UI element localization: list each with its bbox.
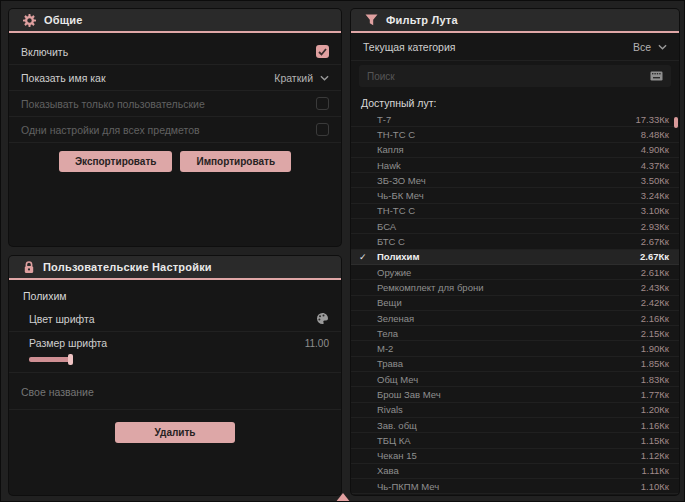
custom-only-checkbox[interactable] (316, 97, 329, 110)
loot-item-value: 4.90Кк (641, 144, 669, 155)
name-display-dropdown[interactable]: Краткий (274, 72, 329, 84)
loot-item-name: ТН-ТС С (377, 129, 641, 140)
loot-row[interactable]: Т-717.33Кк (351, 112, 679, 127)
loot-item-name: М-2 (377, 343, 641, 354)
loot-item-value: 1.12Кк (641, 450, 669, 461)
loot-item-name: Брош Зав Меч (377, 389, 641, 400)
selected-item-name: Полихим (9, 280, 341, 306)
font-color-label: Цвет шрифта (29, 313, 95, 325)
loot-row[interactable]: Ремкомплект для брони2.43Кк (351, 280, 679, 295)
loot-item-value: 3.50Кк (641, 175, 669, 186)
loot-filter-title: Фильтр Лута (386, 14, 458, 26)
loot-row[interactable]: ✓Полихим2.67Кк (351, 250, 679, 265)
loot-item-name: Hawk (377, 160, 641, 171)
loot-item-name: Зеленая (377, 313, 641, 324)
loot-row[interactable]: Вещи2.42Кк (351, 296, 679, 311)
enable-row: Включить (9, 39, 341, 65)
font-color-row[interactable]: Цвет шрифта (9, 306, 341, 332)
enable-checkbox[interactable] (316, 45, 329, 58)
loot-item-value: 2.93Кк (641, 221, 669, 232)
loot-item-value: 1.16Кк (641, 420, 669, 431)
loot-row[interactable]: Капля4.90Кк (351, 143, 679, 158)
loot-row[interactable]: Тела2.15Кк (351, 326, 679, 341)
scrollbar[interactable] (674, 114, 678, 494)
loot-row[interactable]: Оружие2.61Кк (351, 265, 679, 280)
loot-item-value: 1.83Кк (641, 374, 669, 385)
loot-row[interactable]: ТН-ТС С3.10Кк (351, 204, 679, 219)
category-row: Текущая категория Все (351, 33, 679, 61)
panel-loot-filter: Фильтр Лута Текущая категория Все Поиск (351, 9, 679, 495)
name-display-row: Показать имя как Краткий (9, 65, 341, 91)
loot-item-value: 1.10Кк (641, 481, 669, 492)
check-icon (318, 48, 327, 56)
loot-item-name: Чь-БК Меч (377, 190, 641, 201)
search-box[interactable]: Поиск (359, 65, 671, 87)
category-label: Текущая категория (363, 41, 456, 53)
loot-item-value: 2.42Кк (641, 297, 669, 308)
loot-list: Т-717.33КкТН-ТС С8.48КкКапля4.90КкHawk4.… (351, 112, 679, 494)
palette-icon[interactable] (316, 312, 329, 325)
general-panel-title: Общие (44, 14, 83, 26)
loot-item-value: 1.77Кк (641, 389, 669, 400)
same-settings-checkbox[interactable] (316, 123, 329, 136)
loot-row[interactable]: ТБЦ КА1.15Кк (351, 433, 679, 448)
loot-item-name: Rivals (377, 404, 641, 415)
loot-row[interactable]: Чь-ПКПМ Меч1.10Кк (351, 479, 679, 494)
loot-row[interactable]: Чекан 151.12Кк (351, 449, 679, 464)
loot-row[interactable]: Зав. общ1.16Кк (351, 418, 679, 433)
loot-row[interactable]: Зеленая2.16Кк (351, 311, 679, 326)
chevron-down-icon (658, 44, 667, 50)
user-settings-header: Пользовательские Настройки (9, 256, 341, 280)
slider-handle[interactable] (68, 354, 73, 365)
panel-user-settings: Пользовательские Настройки Полихим Цвет … (9, 256, 341, 495)
loot-row[interactable]: Трава1.85Кк (351, 357, 679, 372)
custom-only-label: Показывать только пользовательские (21, 98, 205, 110)
loot-row[interactable]: Чь-БК Меч3.24Кк (351, 188, 679, 203)
custom-name-input[interactable] (21, 386, 329, 398)
loot-row[interactable]: Rivals1.20Кк (351, 403, 679, 418)
enable-label: Включить (21, 46, 68, 58)
loot-item-value: 8.48Кк (641, 129, 669, 140)
loot-item-name: Трава (377, 358, 641, 369)
loot-item-name: Зав. общ (377, 420, 641, 431)
font-size-row: Размер шрифта 11.00 (9, 332, 341, 373)
delete-button[interactable]: Удалить (115, 422, 235, 443)
custom-name-row (9, 373, 341, 410)
loot-item-value: 1.90Кк (641, 343, 669, 354)
general-panel-header: Общие (9, 9, 341, 33)
loot-row[interactable]: ЗБ-ЗО Меч3.50Кк (351, 173, 679, 188)
loot-row[interactable]: Hawk4.37Кк (351, 158, 679, 173)
loot-item-value: 2.15Кк (641, 328, 669, 339)
loot-row[interactable]: ТН-ТС С8.48Кк (351, 127, 679, 142)
export-button[interactable]: Экспортировать (59, 151, 173, 172)
loot-item-name: ТН-ТС С (377, 205, 641, 216)
keyboard-icon[interactable] (650, 71, 663, 81)
loot-row[interactable]: Хава1.11Кк (351, 464, 679, 479)
loot-row[interactable]: Брош Зав Меч1.77Кк (351, 387, 679, 402)
same-settings-label: Одни настройки для всех предметов (21, 124, 200, 136)
chevron-down-icon (320, 75, 329, 81)
font-size-slider[interactable] (29, 354, 329, 365)
category-dropdown[interactable]: Все (633, 41, 667, 53)
loot-item-value: 1.11Кк (642, 465, 669, 476)
loot-row[interactable]: М-21.90Кк (351, 341, 679, 356)
loot-row[interactable]: БСА2.93Кк (351, 219, 679, 234)
import-button[interactable]: Импортировать (180, 151, 291, 172)
panel-general: Общие Включить Показать имя как Краткий (9, 9, 341, 246)
loot-row[interactable]: Общ Меч1.83Кк (351, 372, 679, 387)
loot-item-value: 2.16Кк (641, 313, 669, 324)
loot-item-name: Оружие (377, 267, 641, 278)
loot-item-name: БТС С (377, 236, 641, 247)
loot-item-value: 1.85Кк (641, 358, 669, 369)
scrollbar-thumb[interactable] (674, 117, 678, 128)
loot-item-name: ТБЦ КА (377, 435, 641, 446)
loot-item-name: Ремкомплект для брони (377, 282, 641, 293)
name-display-label: Показать имя как (21, 72, 106, 84)
loot-item-value: 3.10Кк (641, 205, 669, 216)
loot-item-name: Чекан 15 (377, 450, 641, 461)
loot-item-value: 17.33Кк (636, 114, 669, 125)
font-size-value: 11.00 (305, 338, 329, 349)
loot-item-name: Тела (377, 328, 641, 339)
loot-row[interactable]: БТС С2.67Кк (351, 234, 679, 249)
mod-settings-window: Общие Включить Показать имя как Краткий (0, 0, 685, 502)
